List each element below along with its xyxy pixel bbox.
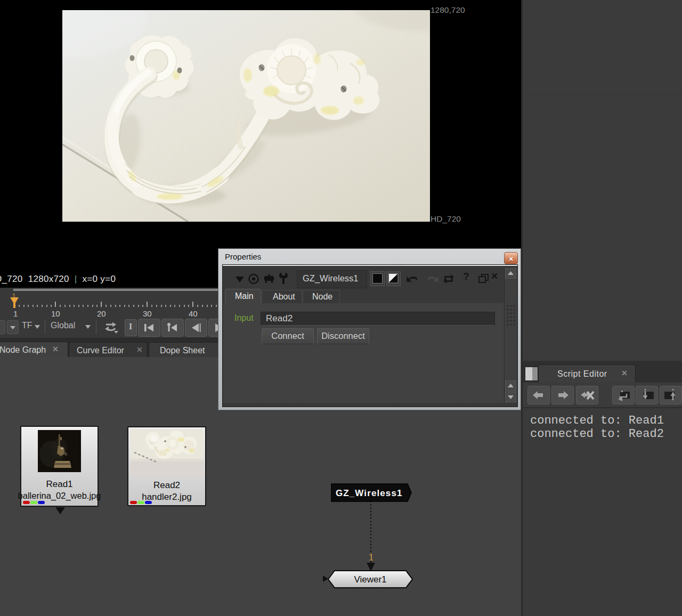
svg-text:Viewer1: Viewer1 xyxy=(354,574,386,585)
svg-text:1: 1 xyxy=(368,552,374,563)
svg-text:GZ_Wireless1: GZ_Wireless1 xyxy=(336,488,403,498)
